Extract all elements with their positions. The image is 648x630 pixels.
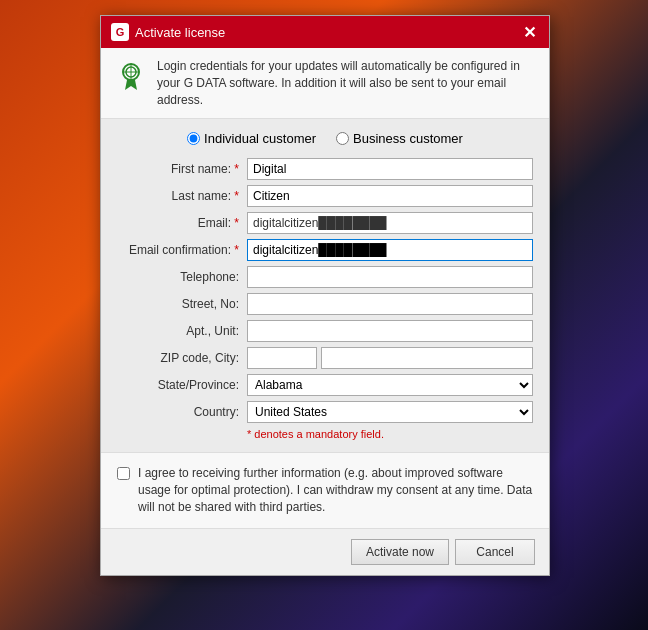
state-label: State/Province: bbox=[117, 378, 247, 392]
activate-now-button[interactable]: Activate now bbox=[351, 539, 449, 565]
cancel-button[interactable]: Cancel bbox=[455, 539, 535, 565]
first-name-row: First name: * bbox=[117, 158, 533, 180]
close-button[interactable]: ✕ bbox=[519, 22, 539, 42]
telephone-row: Telephone: bbox=[117, 266, 533, 288]
individual-customer-radio[interactable]: Individual customer bbox=[187, 131, 316, 146]
business-radio-input[interactable] bbox=[336, 132, 349, 145]
last-name-row: Last name: * bbox=[117, 185, 533, 207]
consent-area: I agree to receiving further information… bbox=[101, 453, 549, 528]
state-select[interactable]: Alabama Alaska Arizona Arkansas Californ… bbox=[247, 374, 533, 396]
street-label: Street, No: bbox=[117, 297, 247, 311]
dialog-title-left: G Activate license bbox=[111, 23, 225, 41]
consent-text: I agree to receiving further information… bbox=[138, 465, 533, 515]
button-area: Activate now Cancel bbox=[101, 529, 549, 575]
business-customer-radio[interactable]: Business customer bbox=[336, 131, 463, 146]
street-row: Street, No: bbox=[117, 293, 533, 315]
country-label: Country: bbox=[117, 405, 247, 419]
state-row: State/Province: Alabama Alaska Arizona A… bbox=[117, 374, 533, 396]
email-confirmation-input[interactable] bbox=[247, 239, 533, 261]
telephone-label: Telephone: bbox=[117, 270, 247, 284]
activate-license-dialog: G Activate license ✕ Login credentials f… bbox=[100, 15, 550, 576]
apt-row: Apt., Unit: bbox=[117, 320, 533, 342]
apt-label: Apt., Unit: bbox=[117, 324, 247, 338]
dialog-titlebar: G Activate license ✕ bbox=[101, 16, 549, 48]
street-input[interactable] bbox=[247, 293, 533, 315]
apt-input[interactable] bbox=[247, 320, 533, 342]
individual-radio-input[interactable] bbox=[187, 132, 200, 145]
last-name-input[interactable] bbox=[247, 185, 533, 207]
mandatory-note: * denotes a mandatory field. bbox=[117, 428, 533, 440]
email-row: Email: * bbox=[117, 212, 533, 234]
info-text: Login credentials for your updates will … bbox=[157, 58, 535, 108]
credential-icon bbox=[115, 60, 147, 92]
email-input[interactable] bbox=[247, 212, 533, 234]
info-banner: Login credentials for your updates will … bbox=[101, 48, 549, 119]
email-confirmation-row: Email confirmation: * bbox=[117, 239, 533, 261]
city-input[interactable] bbox=[321, 347, 533, 369]
form-area: Individual customer Business customer Fi… bbox=[101, 119, 549, 453]
country-select[interactable]: United States United Kingdom Canada Aust… bbox=[247, 401, 533, 423]
country-row: Country: United States United Kingdom Ca… bbox=[117, 401, 533, 423]
consent-checkbox[interactable] bbox=[117, 467, 130, 480]
email-label: Email: * bbox=[117, 216, 247, 230]
customer-type-group: Individual customer Business customer bbox=[117, 131, 533, 146]
zip-input[interactable] bbox=[247, 347, 317, 369]
last-name-label: Last name: * bbox=[117, 189, 247, 203]
consent-row: I agree to receiving further information… bbox=[117, 465, 533, 515]
email-confirmation-label: Email confirmation: * bbox=[117, 243, 247, 257]
zip-label: ZIP code, City: bbox=[117, 351, 247, 365]
dialog-title: Activate license bbox=[135, 25, 225, 40]
zip-city-row: ZIP code, City: bbox=[117, 347, 533, 369]
telephone-input[interactable] bbox=[247, 266, 533, 288]
g-data-icon: G bbox=[111, 23, 129, 41]
first-name-input[interactable] bbox=[247, 158, 533, 180]
first-name-label: First name: * bbox=[117, 162, 247, 176]
